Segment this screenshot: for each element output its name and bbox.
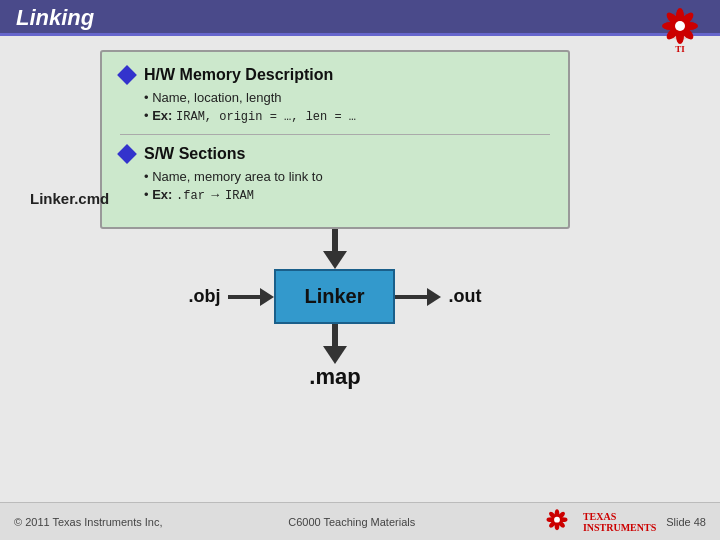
header-bar: Linking xyxy=(0,0,720,36)
footer-copyright: © 2011 Texas Instruments Inc, xyxy=(14,516,163,528)
arrow-right-1 xyxy=(228,288,274,306)
ti-logo-footer-icon xyxy=(541,508,573,536)
out-label: .out xyxy=(449,286,482,307)
footer-texas: TEXAS xyxy=(583,511,656,522)
sw-bullet1: • Name, memory area to link to xyxy=(144,169,550,184)
linker-box: Linker xyxy=(274,269,394,324)
sw-bullet2: • Ex: .far → IRAM xyxy=(144,187,550,203)
hw-memory-items: • Name, location, length • Ex: IRAM, ori… xyxy=(144,90,550,124)
arrow-head-right-2 xyxy=(427,288,441,306)
sw-sections-title: S/W Sections xyxy=(144,145,245,163)
footer-right: TEXAS INSTRUMENTS Slide 48 xyxy=(541,508,706,536)
arrow-stem-right-2 xyxy=(395,295,427,299)
sw-sections-header: S/W Sections xyxy=(120,145,550,163)
diamond-icon xyxy=(117,65,137,85)
arrow-stem-right-1 xyxy=(228,295,260,299)
hw-bullet2: • Ex: IRAM, origin = …, len = … xyxy=(144,108,550,124)
section-divider xyxy=(120,134,550,135)
map-row: .map xyxy=(100,364,570,390)
footer: © 2011 Texas Instruments Inc, C6000 Teac… xyxy=(0,502,720,540)
arrow-down-container xyxy=(100,229,570,269)
arrow-stem-2 xyxy=(332,324,338,346)
footer-center-text: C6000 Teaching Materials xyxy=(288,516,415,528)
header-underline xyxy=(0,33,720,36)
content-box: H/W Memory Description • Name, location,… xyxy=(100,50,570,229)
arrow-stem-1 xyxy=(332,229,338,251)
arrow-head-right-1 xyxy=(260,288,274,306)
linker-box-label: Linker xyxy=(304,285,364,307)
arrow-head-1 xyxy=(323,251,347,269)
svg-point-19 xyxy=(554,516,560,522)
arrow-down-container-2 xyxy=(100,324,570,364)
page-title: Linking xyxy=(16,5,94,31)
hw-memory-section: H/W Memory Description • Name, location,… xyxy=(120,66,550,124)
linker-cmd-label: Linker.cmd xyxy=(30,190,109,207)
obj-label: .obj xyxy=(188,286,220,307)
sw-sections-section: S/W Sections • Name, memory area to link… xyxy=(120,145,550,203)
sw-sections-items: • Name, memory area to link to • Ex: .fa… xyxy=(144,169,550,203)
footer-instruments: INSTRUMENTS xyxy=(583,522,656,533)
diamond-icon-2 xyxy=(117,144,137,164)
arrow-head-2 xyxy=(323,346,347,364)
linker-diagram-row: .obj Linker .out xyxy=(100,269,570,324)
footer-slide-number: Slide 48 xyxy=(666,516,706,528)
svg-point-9 xyxy=(675,21,685,31)
hw-bullet1: • Name, location, length xyxy=(144,90,550,105)
footer-ti-brand-text: TEXAS INSTRUMENTS xyxy=(583,511,656,533)
map-label: .map xyxy=(309,364,360,390)
arrow-right-2 xyxy=(395,288,441,306)
hw-memory-header: H/W Memory Description xyxy=(120,66,550,84)
hw-memory-title: H/W Memory Description xyxy=(144,66,333,84)
